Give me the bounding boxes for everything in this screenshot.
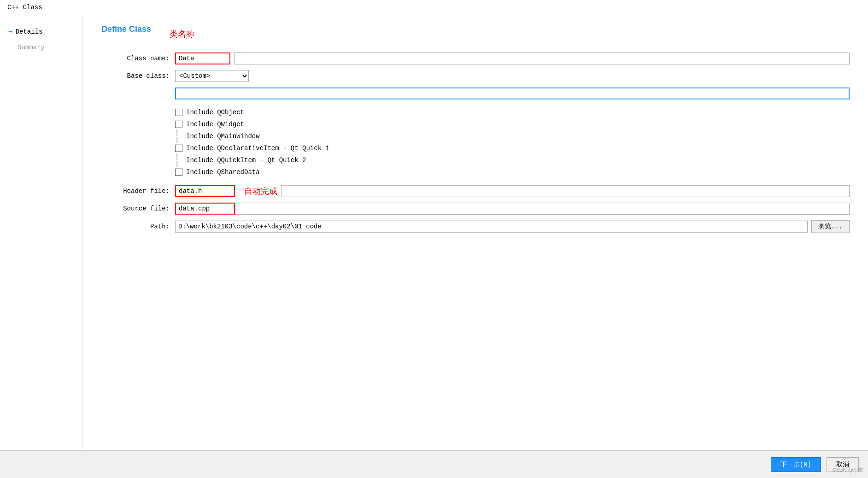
checkboxes-section: Include QObject Include QWidget | | Incl…: [175, 109, 850, 176]
checkbox-qshareddata[interactable]: [175, 169, 182, 176]
sidebar-item-details-label: Details: [16, 28, 43, 35]
title-bar: C++ Class: [0, 0, 868, 15]
checkbox-qmainwindow-label: Include QMainWindow: [186, 133, 260, 140]
checkbox-row-qshareddata: Include QSharedData: [175, 169, 850, 176]
browse-button[interactable]: 浏览...: [811, 220, 850, 233]
header-file-label: Header file:: [101, 187, 175, 195]
custom-base-row: [101, 87, 850, 99]
checkbox-row-qquickitem: | | Include QQuickItem - Qt Quick 2: [175, 157, 850, 164]
arrow-icon: ➡: [8, 27, 13, 36]
class-name-label: Class name:: [101, 55, 175, 62]
header-file-row: Header file: 自动完成: [101, 185, 850, 197]
checkbox-row-qobject: Include QObject: [175, 109, 850, 116]
auto-complete-annotation: 自动完成: [244, 186, 277, 197]
sidebar-item-summary-label: Summary: [8, 44, 45, 51]
checkbox-qquickitem-label: Include QQuickItem - Qt Quick 2: [186, 157, 306, 164]
base-class-label: Base class:: [101, 72, 175, 80]
annotation-class-name: 类名称: [170, 29, 194, 40]
next-button[interactable]: 下一步(N): [771, 457, 821, 472]
main-panel: Define Class 类名称 Class name: Base class:…: [83, 15, 868, 450]
checkbox-qobject[interactable]: [175, 109, 182, 116]
watermark: CSDN @小虎: [833, 466, 863, 473]
sidebar-item-details[interactable]: ➡ Details: [5, 24, 78, 39]
disabled-mark-qmainwindow: | |: [175, 133, 182, 140]
path-label: Path:: [101, 223, 175, 230]
path-row: Path: 浏览...: [101, 220, 850, 233]
checkbox-qobject-label: Include QObject: [186, 109, 244, 116]
dialog-title: C++ Class: [7, 4, 42, 11]
section-title: Define Class: [101, 24, 151, 34]
checkbox-qwidget-label: Include QWidget: [186, 121, 244, 128]
custom-base-input[interactable]: [175, 87, 850, 99]
source-file-label: Source file:: [101, 205, 175, 212]
checkbox-qwidget[interactable]: [175, 121, 182, 128]
sidebar: ➡ Details Summary: [0, 15, 83, 450]
bottom-bar: 下一步(N) 取消: [0, 450, 868, 478]
base-class-select[interactable]: <Custom> QObject QWidget QMainWindow: [175, 70, 249, 82]
base-class-select-wrapper: <Custom> QObject QWidget QMainWindow: [175, 70, 249, 82]
checkbox-row-qdeclarative: Include QDeclarativeItem - Qt Quick 1: [175, 145, 850, 152]
sidebar-item-summary[interactable]: Summary: [5, 41, 78, 54]
class-name-input[interactable]: [175, 52, 230, 64]
disabled-mark-qquickitem: | |: [175, 157, 182, 164]
header-file-input[interactable]: [175, 185, 235, 197]
checkbox-row-qwidget: Include QWidget: [175, 121, 850, 128]
checkbox-qdeclarative[interactable]: [175, 145, 182, 152]
path-input[interactable]: [175, 221, 808, 233]
source-file-input[interactable]: [175, 203, 235, 215]
class-name-row: Class name:: [101, 52, 850, 64]
base-class-row: Base class: <Custom> QObject QWidget QMa…: [101, 70, 850, 82]
source-file-row: Source file:: [101, 203, 850, 215]
checkbox-qdeclarative-label: Include QDeclarativeItem - Qt Quick 1: [186, 145, 329, 152]
checkbox-row-qmainwindow: | | Include QMainWindow: [175, 133, 850, 140]
header-row: Define Class 类名称: [101, 24, 850, 43]
checkbox-qshareddata-label: Include QSharedData: [186, 169, 260, 176]
